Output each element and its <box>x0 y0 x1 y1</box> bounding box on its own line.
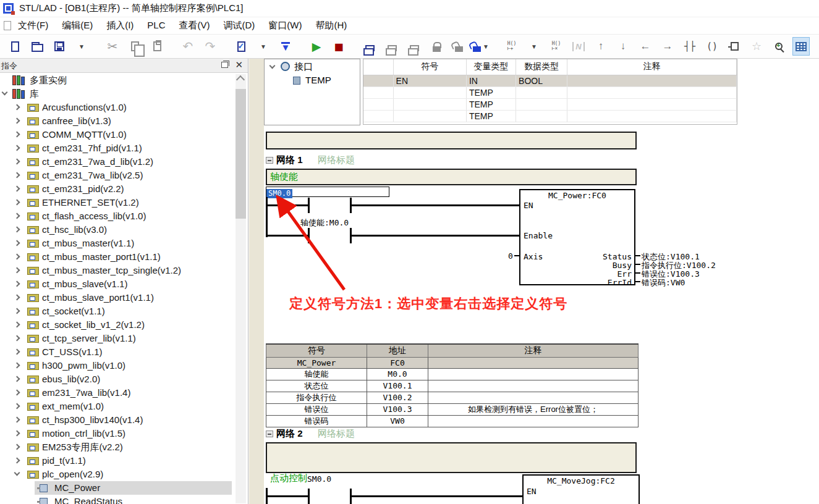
chevron-right-icon[interactable] <box>14 213 20 219</box>
tree-item-label[interactable]: ct_em231_7wa_lib(v2.5) <box>42 170 143 180</box>
menu-item-2[interactable]: 插入(I) <box>100 18 140 32</box>
interface-root-row[interactable]: 接口 <box>265 59 360 74</box>
float-panel-icon[interactable] <box>221 62 228 68</box>
cell-comment[interactable] <box>428 380 639 392</box>
tree-item-label[interactable]: ct_mbus_master(v1.1) <box>42 238 134 248</box>
mc-movejog-block[interactable]: MC_MoveJog:FC2 EN <box>522 474 640 504</box>
save-options-button[interactable]: ▼ <box>74 38 90 55</box>
symbol-table-row-4[interactable]: 错误位V100.3如果检测到有错误，Error位被置位； <box>266 403 639 415</box>
network2-title-placeholder[interactable]: 网络标题 <box>318 428 355 440</box>
network1-comment-box[interactable]: 轴使能 <box>266 169 637 185</box>
chevron-right-icon[interactable] <box>14 444 20 450</box>
tree-item-label[interactable]: CT_USS(v1.1) <box>42 346 103 357</box>
cell-symbol[interactable]: 状态位 <box>266 380 367 392</box>
temp-label[interactable]: TEMP <box>305 75 331 85</box>
chevron-right-icon[interactable] <box>14 172 20 178</box>
tree-item-ct_em231_7hf_pid-v1-1-[interactable]: ct_em231_7hf_pid(v1.1) <box>0 141 248 155</box>
cell-symbol[interactable]: MC_Power <box>266 357 367 368</box>
cell-symbol[interactable] <box>393 98 466 110</box>
symbol-table-row-2[interactable]: 状态位V100.1 <box>266 380 639 392</box>
tree-item-label[interactable]: em231_7wa_lib(v1.4) <box>42 387 130 398</box>
chevron-right-icon[interactable] <box>14 376 20 382</box>
chevron-right-icon[interactable] <box>14 349 20 355</box>
tree-item-ct_tcp_server_lib-v1-1-[interactable]: ct_tcp_server_lib(v1.1) <box>0 332 248 345</box>
chevron-right-icon[interactable] <box>14 227 20 233</box>
tree-item-comm_mqtt-v1-0-[interactable]: COMM_MQTT(v1.0) <box>0 128 248 141</box>
tree-item-arcusfunctions-v1-0-[interactable]: Arcusfunctions(v1.0) <box>0 101 248 114</box>
tree-item-label[interactable]: motion_ctrl_lib(v1.5) <box>42 428 125 439</box>
menu-item-6[interactable]: 窗口(W) <box>261 18 308 32</box>
compile-button[interactable] <box>233 38 249 55</box>
tree-item-ct_mbus_master_port1-v1-1-[interactable]: ct_mbus_master_port1(v1.1) <box>0 250 248 264</box>
interface-temp-row[interactable]: TEMP <box>265 74 360 89</box>
contact2-operand[interactable]: 轴使能:M0.0 <box>300 217 349 229</box>
chevron-right-icon[interactable] <box>14 308 20 314</box>
paste-button[interactable] <box>149 38 165 55</box>
delete-network-button[interactable]: H() ⊢× <box>548 38 564 55</box>
network2-collapse-icon[interactable] <box>266 430 273 437</box>
selected-operand-box[interactable]: SM0.0 <box>266 187 389 197</box>
tree-item-motion_ctrl_lib-v1-5-[interactable]: motion_ctrl_lib(v1.5) <box>0 427 248 440</box>
cell-data-type[interactable] <box>516 86 567 98</box>
var-table-row-3[interactable]: TEMP <box>363 110 737 122</box>
tree-item--[interactable]: 多重实例 <box>0 74 248 87</box>
chevron-right-icon[interactable] <box>14 403 20 410</box>
chevron-right-icon[interactable] <box>14 390 20 396</box>
insert-network-button[interactable]: H() ⊢+ <box>504 38 520 55</box>
cell-address[interactable]: V100.1 <box>367 380 428 392</box>
tree-item-ext_mem-v1-0-[interactable]: ext_mem(v1.0) <box>0 400 248 413</box>
tree-item-pid_t-v1-1-[interactable]: pid_t(v1.1) <box>0 454 248 468</box>
cell-symbol[interactable] <box>393 86 466 98</box>
cell-symbol[interactable] <box>393 110 466 122</box>
tree-item-ct_em231_7wa_lib-v2-5-[interactable]: ct_em231_7wa_lib(v2.5) <box>0 169 248 182</box>
cell-comment[interactable] <box>567 110 737 122</box>
output-operand-errid[interactable]: 错误码:VW0 <box>642 277 685 288</box>
cell-comment[interactable]: 如果检测到有错误，Error位被置位； <box>428 403 639 415</box>
tree-item-label[interactable]: h300_pwm_lib(v1.0) <box>42 360 125 371</box>
tree-item-mc_power[interactable]: MC_Power <box>0 481 248 495</box>
insert-network-options-button[interactable]: ▼ <box>526 38 542 55</box>
save-button[interactable] <box>51 38 67 55</box>
cell-comment[interactable] <box>567 86 737 98</box>
tree-item-label[interactable]: COMM_MQTT(v1.0) <box>42 129 127 140</box>
tree-item-ct_flash_access_lib-v1-0-[interactable]: ct_flash_access_lib(v1.0) <box>0 209 248 223</box>
copy-button[interactable] <box>127 38 143 55</box>
cell-comment[interactable] <box>428 392 639 403</box>
tree-item-ct_uss-v1-1-[interactable]: CT_USS(v1.1) <box>0 345 248 359</box>
zoom-button[interactable] <box>771 38 787 55</box>
sidebar-scrollbar[interactable] <box>236 74 246 503</box>
tree-item-label[interactable]: plc_open(v2.9) <box>42 469 103 479</box>
not-contact-button[interactable]: N <box>571 38 587 55</box>
tree-item-ct_socket-v1-1-[interactable]: ct_socket(v1.1) <box>0 304 248 318</box>
cell-comment[interactable] <box>428 357 639 368</box>
cell-var-type[interactable]: TEMP <box>466 98 516 110</box>
chevron-right-icon[interactable] <box>14 363 20 369</box>
tree-item-ethernet_set-v1-2-[interactable]: ETHERNET_SET(v1.2) <box>0 196 248 209</box>
menu-item-4[interactable]: 查看(V) <box>172 18 217 32</box>
stop-button[interactable]: ■ <box>331 38 347 55</box>
cell-symbol[interactable]: 错误位 <box>266 403 367 415</box>
compile-options-button[interactable]: ▼ <box>255 38 271 55</box>
tree-item-ct_em231_pid-v2-2-[interactable]: ct_em231_pid(v2.2) <box>0 182 248 196</box>
tree-item--[interactable]: 库 <box>0 87 248 101</box>
tree-item-label[interactable]: ct_tcp_server_lib(v1.1) <box>42 333 136 343</box>
cascade-1-button[interactable] <box>384 38 400 55</box>
chevron-right-icon[interactable] <box>14 104 20 111</box>
chevron-right-icon[interactable] <box>14 200 20 206</box>
tree-item-label[interactable]: ETHERNET_SET(v1.2) <box>42 197 139 208</box>
chevron-right-icon[interactable] <box>14 132 20 138</box>
tree-item-label[interactable]: 库 <box>30 88 39 100</box>
tree-item-ct_mbus_slave_port1-v1-1-[interactable]: ct_mbus_slave_port1(v1.1) <box>0 291 248 304</box>
view-table-options-button[interactable]: ▼ <box>815 38 819 55</box>
chevron-down-icon[interactable] <box>2 90 8 96</box>
cell-data-type[interactable] <box>516 110 567 122</box>
tree-item-label[interactable]: pid_t(v1.1) <box>42 455 86 466</box>
chevron-right-icon[interactable] <box>14 145 20 151</box>
cell-symbol[interactable]: EN <box>393 75 466 86</box>
line-left-button[interactable]: ← <box>637 38 653 55</box>
chevron-right-icon[interactable] <box>14 254 20 260</box>
insert-box-button[interactable] <box>726 38 742 55</box>
menu-item-5[interactable]: 调试(D) <box>217 18 262 32</box>
program-block-button[interactable] <box>362 38 378 55</box>
axis-constant[interactable]: 0 <box>508 251 513 261</box>
